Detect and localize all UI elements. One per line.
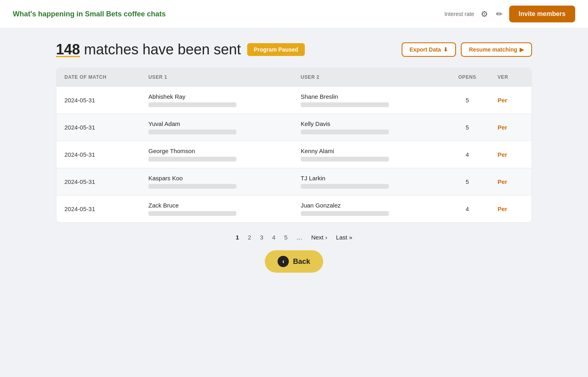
download-icon: ⬇ [443,46,448,53]
ver-cell: Per [490,87,532,114]
user1-name: Abhishek Ray [148,93,285,100]
user2-content: Shane Breslin [301,93,437,107]
user2-bar [301,157,389,162]
user2-cell: Kenny Alami [293,141,445,168]
user1-bar [148,130,236,134]
matches-table-wrapper: DATE OF MATCH USER 1 USER 2 OPENS VER 20… [56,68,532,223]
user2-cell: Juan Gonzalez [293,195,445,223]
opens-cell: 5 [445,114,490,141]
user1-content: George Thomson [148,148,285,162]
table-row: 2024-05-31 George Thomson Kenny Alami 4 … [56,141,532,168]
col-header-opens: OPENS [445,68,490,87]
ellipsis: … [293,232,306,242]
program-paused-badge: Program Paused [247,43,304,56]
user1-content: Abhishek Ray [148,93,285,107]
date-cell: 2024-05-31 [56,141,140,168]
gear-icon: ⚙ [481,9,488,19]
user2-cell: Kelly Davis [293,114,445,141]
table-row: 2024-05-31 Yuval Adam Kelly Davis 5 Per [56,114,532,141]
table-row: 2024-05-31 Zack Bruce Juan Gonzalez 4 Pe… [56,195,532,223]
pagination: 1 2 3 4 5 … Next › Last » [56,232,532,242]
community-name: Small Bets coffee chats [85,10,166,18]
col-header-user1: USER 1 [140,68,293,87]
sent-label: have been sent [142,41,241,58]
user1-name: Zack Bruce [148,202,285,209]
user2-name: Kelly Davis [301,120,437,127]
what-happening-prefix: What's happening in [13,10,83,18]
back-chevron-icon: ‹ [278,256,289,267]
resume-label: Resume matching [469,46,517,53]
col-header-date: DATE OF MATCH [56,68,140,87]
user2-name: TJ Larkin [301,175,437,182]
user2-cell: Shane Breslin [293,87,445,114]
page-5[interactable]: 5 [281,232,291,242]
user2-content: Juan Gonzalez [301,202,437,216]
user2-content: Kelly Davis [301,120,437,134]
user1-bar [148,157,236,162]
user1-content: Zack Bruce [148,202,285,216]
matches-label: matches [84,41,138,58]
ver-cell: Per [490,141,532,168]
user1-cell: George Thomson [140,141,293,168]
user2-bar [301,211,389,216]
play-icon: ▶ [520,46,524,53]
user2-bar [301,130,389,134]
user1-cell: Abhishek Ray [140,87,293,114]
user1-name: George Thomson [148,148,285,154]
date-cell: 2024-05-31 [56,195,140,223]
opens-cell: 4 [445,195,490,223]
matches-title: 148 matches have been sent [56,41,241,58]
date-cell: 2024-05-31 [56,168,140,195]
top-bar: What's happening in Small Bets coffee ch… [0,0,588,28]
export-label: Export Data [410,46,441,53]
last-page-link[interactable]: Last » [333,232,356,242]
opens-cell: 5 [445,168,490,195]
page-2[interactable]: 2 [245,232,254,242]
back-label: Back [293,257,310,266]
resume-matching-button[interactable]: Resume matching ▶ [461,42,532,57]
user1-bar [148,211,236,216]
community-label: What's happening in Small Bets coffee ch… [13,10,166,18]
page-container: What's happening in Small Bets coffee ch… [0,0,588,377]
date-cell: 2024-05-31 [56,114,140,141]
header-actions: Export Data ⬇ Resume matching ▶ [402,42,532,57]
opens-cell: 4 [445,141,490,168]
export-data-button[interactable]: Export Data ⬇ [402,42,456,57]
page-4[interactable]: 4 [269,232,278,242]
page-1[interactable]: 1 [232,232,242,242]
col-header-user2: USER 2 [293,68,445,87]
user2-bar [301,184,389,189]
table-row: 2024-05-31 Abhishek Ray Shane Breslin 5 … [56,87,532,114]
col-header-ver: VER [490,68,532,87]
ver-cell: Per [490,195,532,223]
user1-content: Yuval Adam [148,120,285,134]
opens-cell: 5 [445,87,490,114]
pencil-icon: ✏ [496,9,503,19]
settings-button[interactable]: ⚙ [479,8,490,20]
user1-cell: Kaspars Koo [140,168,293,195]
edit-button[interactable]: ✏ [494,8,504,20]
table-row: 2024-05-31 Kaspars Koo TJ Larkin 5 Per [56,168,532,195]
top-bar-actions: Interest rate ⚙ ✏ Invite members [444,6,575,22]
main-content: 148 matches have been sent Program Pause… [0,28,588,377]
user1-cell: Zack Bruce [140,195,293,223]
matches-header: 148 matches have been sent Program Pause… [56,41,532,58]
user2-bar [301,102,389,107]
user2-name: Shane Breslin [301,93,437,100]
next-page-link[interactable]: Next › [308,232,330,242]
ver-cell: Per [490,168,532,195]
user2-content: TJ Larkin [301,175,437,189]
table-body: 2024-05-31 Abhishek Ray Shane Breslin 5 … [56,87,532,223]
interest-rate-label: Interest rate [444,11,474,17]
date-cell: 2024-05-31 [56,87,140,114]
user2-cell: TJ Larkin [293,168,445,195]
invite-members-button[interactable]: Invite members [509,6,575,22]
user1-name: Yuval Adam [148,120,285,127]
page-3[interactable]: 3 [257,232,266,242]
user2-content: Kenny Alami [301,148,437,162]
user1-content: Kaspars Koo [148,175,285,189]
matches-table: DATE OF MATCH USER 1 USER 2 OPENS VER 20… [56,68,532,222]
user2-name: Kenny Alami [301,148,437,154]
back-button[interactable]: ‹ Back [265,250,323,273]
user1-cell: Yuval Adam [140,114,293,141]
